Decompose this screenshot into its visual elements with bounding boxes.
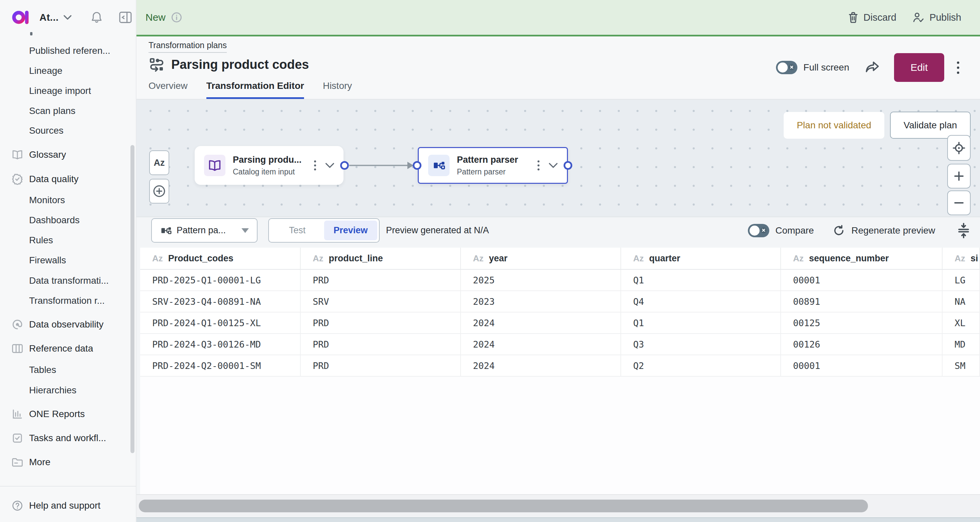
- discard-button[interactable]: Discard: [848, 12, 896, 23]
- sidebar-item-firewalls[interactable]: Firewalls: [0, 251, 130, 270]
- table-cell: PRD: [301, 313, 461, 334]
- table-cell: 2024: [461, 334, 621, 355]
- sidebar-item-data-quality[interactable]: Data quality: [0, 170, 130, 189]
- ataccama-logo-icon[interactable]: [11, 9, 31, 26]
- node-catalog-item-input[interactable]: Parsing produ... Catalog item input: [195, 146, 344, 185]
- target-spiral-icon: [11, 319, 24, 330]
- flow-canvas[interactable]: Plan not validated Validate plan Az Pars…: [137, 100, 980, 217]
- table-cell: Q2: [621, 355, 781, 377]
- node-input-port[interactable]: [413, 161, 422, 170]
- horizontal-scrollbar: [137, 494, 980, 517]
- share-icon[interactable]: [865, 60, 880, 75]
- node-output-port[interactable]: [340, 161, 349, 170]
- edge-connector: [349, 165, 413, 166]
- sidebar-item-reference-data[interactable]: Reference data: [0, 339, 130, 358]
- test-tab[interactable]: Test: [270, 221, 324, 240]
- sidebar-item-more[interactable]: More: [0, 453, 130, 471]
- column-header[interactable]: Azproduct_line: [301, 248, 461, 270]
- help-and-support[interactable]: Help and support: [0, 496, 130, 515]
- bar-chart-icon: [11, 408, 24, 420]
- sidebar-item-data-observability[interactable]: Data observability: [0, 315, 130, 334]
- table-cell: PRD: [301, 334, 461, 355]
- preview-table: AzProduct_codes Azproduct_line Azyear Az…: [140, 248, 980, 494]
- table-cell: PRD-2024-Q1-00125-XL: [140, 313, 301, 334]
- sidebar-item-published-reference[interactable]: Published referen...: [0, 41, 130, 60]
- table-cell: 2024: [461, 355, 621, 377]
- table-cell: 00001: [781, 270, 943, 291]
- workspace-name[interactable]: At...: [40, 12, 59, 23]
- compare-toggle[interactable]: [748, 224, 769, 237]
- node-kebab-icon[interactable]: [534, 159, 543, 173]
- sidebar-item-rules[interactable]: Rules: [0, 231, 130, 250]
- node-pattern-parser[interactable]: Pattern parser Pattern parser: [418, 147, 568, 184]
- locate-icon: [952, 141, 966, 155]
- column-header[interactable]: Azsequence_number: [781, 248, 943, 270]
- dropdown-caret-icon: [242, 228, 249, 233]
- preview-panel: Pattern pa... Test Preview Preview gener…: [137, 217, 980, 522]
- tab-overview[interactable]: Overview: [148, 81, 188, 99]
- zoom-out-button[interactable]: [947, 190, 970, 215]
- collapse-sidebar-icon[interactable]: [119, 11, 132, 24]
- sidebar-item-monitors[interactable]: Monitors: [0, 191, 130, 209]
- tab-history[interactable]: History: [323, 81, 352, 99]
- regenerate-preview-button[interactable]: Regenerate preview: [832, 224, 935, 237]
- sidebar-scrollbar[interactable]: [130, 145, 134, 453]
- fullscreen-label: Full screen: [803, 62, 849, 73]
- edit-button[interactable]: Edit: [894, 53, 944, 82]
- chevron-down-icon[interactable]: [63, 15, 72, 20]
- table-cell: Q1: [621, 313, 781, 334]
- minus-icon: [953, 197, 965, 209]
- fit-view-button[interactable]: [947, 135, 970, 161]
- column-header[interactable]: Azyear: [461, 248, 621, 270]
- sidebar-item-tables[interactable]: Tables: [0, 360, 130, 379]
- horizontal-scrollbar-thumb[interactable]: [139, 500, 868, 512]
- sidebar-item-transformation-rules[interactable]: Transformation r...: [0, 291, 130, 310]
- sidebar-item-glossary[interactable]: Glossary: [0, 145, 130, 164]
- table-cell: NA: [943, 291, 980, 313]
- add-node-button[interactable]: [149, 179, 169, 203]
- sidebar: At... Publish: [0, 0, 137, 522]
- node-kebab-icon[interactable]: [311, 159, 320, 173]
- validate-plan-button[interactable]: Validate plan: [890, 112, 970, 139]
- table-cell: PRD-2025-Q1-00001-LG: [140, 270, 301, 291]
- notifications-bell-icon[interactable]: [91, 11, 103, 24]
- trash-icon: [848, 12, 859, 23]
- more-actions-kebab-icon[interactable]: [954, 59, 963, 76]
- preview-tab[interactable]: Preview: [324, 221, 378, 240]
- sidebar-item-tasks-and-workflows[interactable]: Tasks and workfl...: [0, 429, 130, 447]
- sidebar-item-data-transformations[interactable]: Data transformati...: [0, 271, 130, 290]
- table-cell: MD: [943, 334, 980, 355]
- zoom-in-button[interactable]: [947, 164, 970, 189]
- sidebar-item-lineage[interactable]: Lineage: [0, 62, 130, 80]
- tab-transformation-editor[interactable]: Transformation Editor: [206, 81, 304, 99]
- transformation-plan-icon: [148, 57, 165, 73]
- sidebar-item-scan-plans[interactable]: Scan plans: [0, 102, 130, 120]
- sidebar-item-hierarchies[interactable]: Hierarchies: [0, 381, 130, 400]
- folder-icon: [11, 456, 24, 468]
- fullscreen-toggle[interactable]: [776, 61, 797, 74]
- mode-segmented-control: Test Preview: [268, 218, 380, 243]
- sidebar-item-one-reports[interactable]: ONE Reports: [0, 405, 130, 424]
- validation-status-badge: Plan not validated: [784, 112, 885, 139]
- attribute-tool-button[interactable]: Az: [149, 151, 169, 175]
- page-header: Transformation plans Parsing product cod…: [137, 36, 980, 100]
- table-cell: PRD-2024-Q2-00001-SM: [140, 355, 301, 377]
- node-selector-dropdown[interactable]: Pattern pa...: [151, 218, 258, 243]
- sidebar-item-sources[interactable]: Sources: [0, 121, 130, 140]
- column-header[interactable]: Azsi: [943, 248, 980, 270]
- info-icon[interactable]: [171, 12, 182, 23]
- column-header[interactable]: AzProduct_codes: [140, 248, 301, 270]
- publish-button[interactable]: Publish: [912, 12, 961, 23]
- sidebar-item-lineage-import[interactable]: Lineage import: [0, 81, 130, 100]
- node-output-port[interactable]: [563, 161, 572, 170]
- sidebar-item-dashboards[interactable]: Dashboards: [0, 211, 130, 230]
- chevron-down-icon[interactable]: [325, 162, 335, 168]
- node-subtitle: Pattern parser: [457, 167, 534, 176]
- app-bar: At...: [0, 0, 136, 35]
- breadcrumb[interactable]: Transformation plans: [148, 40, 227, 53]
- chevron-down-icon[interactable]: [548, 162, 558, 168]
- column-header[interactable]: Azquarter: [621, 248, 781, 270]
- collapse-panel-icon[interactable]: [956, 222, 970, 239]
- table-cell: SM: [943, 355, 980, 377]
- table-cell: PRD: [301, 355, 461, 377]
